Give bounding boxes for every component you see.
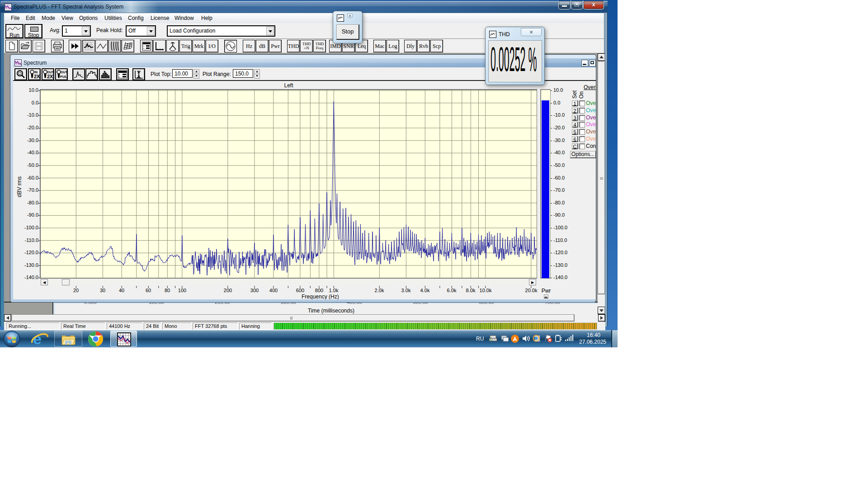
svg-text:OUT: OUT	[61, 71, 67, 74]
svg-text:e: e	[33, 331, 42, 347]
svg-text:2X: 2X	[47, 74, 53, 79]
svg-text:OUT: OUT	[47, 71, 53, 74]
svg-text:2X: 2X	[34, 74, 40, 79]
svg-text:IN: IN	[34, 71, 38, 74]
svg-text:FULL: FULL	[60, 75, 67, 79]
